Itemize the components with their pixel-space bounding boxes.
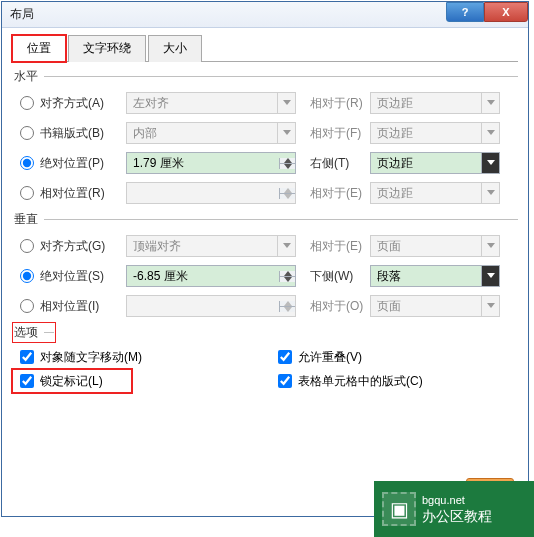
v-rel-rel-label: 相对于(O) (310, 298, 370, 315)
h-align-rel-combo: 页边距 (370, 92, 500, 114)
h-align-radio[interactable] (20, 96, 34, 110)
svg-marker-2 (283, 130, 291, 135)
svg-marker-15 (284, 301, 292, 306)
v-abs-rel-combo[interactable]: 段落 (370, 265, 500, 287)
chevron-down-icon (277, 123, 295, 143)
h-book-label: 书籍版式(B) (40, 125, 126, 142)
h-rel-row: 相对位置(R) 相对于(E) 页边距 (12, 179, 518, 207)
h-rel-radio[interactable] (20, 186, 34, 200)
h-abs-radio[interactable] (20, 156, 34, 170)
h-book-rel-combo: 页边距 (370, 122, 500, 144)
chevron-down-icon[interactable] (481, 266, 499, 286)
opt-allow-overlap-label: 允许重叠(V) (298, 349, 362, 366)
close-button[interactable]: X (484, 2, 528, 22)
spin-down-icon (280, 307, 295, 312)
svg-marker-0 (283, 100, 291, 105)
chevron-down-icon (481, 183, 499, 203)
v-align-rel-combo: 页面 (370, 235, 500, 257)
logo-icon: ▣ (382, 492, 416, 526)
h-book-rel-label: 相对于(F) (310, 125, 370, 142)
chevron-down-icon (481, 296, 499, 316)
section-options: 选项 (14, 324, 54, 341)
svg-marker-12 (284, 271, 292, 276)
h-abs-rel-combo[interactable]: 页边距 (370, 152, 500, 174)
svg-marker-9 (487, 190, 495, 195)
watermark-name: 办公区教程 (422, 507, 492, 525)
h-abs-spinner[interactable]: 1.79 厘米 (126, 152, 296, 174)
h-rel-rel-label: 相对于(E) (310, 185, 370, 202)
v-abs-rel-label: 下侧(W) (310, 268, 370, 285)
v-rel-radio[interactable] (20, 299, 34, 313)
v-abs-row: 绝对位置(S) -6.85 厘米 下侧(W) 段落 (12, 262, 518, 290)
h-book-combo: 内部 (126, 122, 296, 144)
watermark-site: bgqu.net (422, 493, 492, 507)
h-align-row: 对齐方式(A) 左对齐 相对于(R) 页边距 (12, 89, 518, 117)
v-rel-label: 相对位置(I) (40, 298, 126, 315)
chevron-down-icon[interactable] (481, 153, 499, 173)
svg-marker-4 (284, 158, 292, 163)
h-rel-label: 相对位置(R) (40, 185, 126, 202)
svg-marker-5 (284, 164, 292, 169)
tab-position[interactable]: 位置 (12, 35, 66, 62)
svg-marker-6 (487, 160, 495, 165)
h-abs-row: 绝对位置(P) 1.79 厘米 右侧(T) 页边距 (12, 149, 518, 177)
svg-marker-16 (284, 307, 292, 312)
opt-lock-anchor-checkbox[interactable] (20, 374, 34, 388)
svg-marker-7 (284, 188, 292, 193)
v-align-combo: 顶端对齐 (126, 235, 296, 257)
h-align-rel-label: 相对于(R) (310, 95, 370, 112)
svg-marker-11 (487, 243, 495, 248)
opt-table-cell-label: 表格单元格中的版式(C) (298, 373, 423, 390)
tab-strip: 位置 文字环绕 大小 (12, 34, 518, 62)
chevron-down-icon (481, 236, 499, 256)
chevron-down-icon (481, 93, 499, 113)
v-align-row: 对齐方式(G) 顶端对齐 相对于(E) 页面 (12, 232, 518, 260)
svg-marker-8 (284, 194, 292, 199)
opt-allow-overlap-row: 允许重叠(V) (270, 345, 518, 369)
watermark: ▣ bgqu.net 办公区教程 (374, 481, 534, 537)
help-button[interactable]: ? (446, 2, 484, 22)
h-book-row: 书籍版式(B) 内部 相对于(F) 页边距 (12, 119, 518, 147)
svg-marker-13 (284, 277, 292, 282)
h-align-combo: 左对齐 (126, 92, 296, 114)
v-rel-spinner (126, 295, 296, 317)
window-title: 布局 (2, 6, 34, 23)
spin-down-icon[interactable] (280, 277, 295, 282)
section-vertical: 垂直 (14, 211, 518, 228)
opt-move-with-text-row: 对象随文字移动(M) (12, 345, 260, 369)
chevron-down-icon (277, 236, 295, 256)
opt-lock-anchor-label: 锁定标记(L) (40, 373, 103, 390)
chevron-down-icon (481, 123, 499, 143)
opt-table-cell-row: 表格单元格中的版式(C) (270, 369, 518, 393)
opt-move-with-text-label: 对象随文字移动(M) (40, 349, 142, 366)
svg-marker-3 (487, 130, 495, 135)
opt-lock-anchor-row: 锁定标记(L) (12, 369, 132, 393)
opt-table-cell-checkbox[interactable] (278, 374, 292, 388)
v-align-label: 对齐方式(G) (40, 238, 126, 255)
titlebar: 布局 ? X (2, 2, 528, 28)
h-rel-spinner (126, 182, 296, 204)
v-abs-label: 绝对位置(S) (40, 268, 126, 285)
spin-down-icon[interactable] (280, 164, 295, 169)
section-horizontal: 水平 (14, 68, 518, 85)
v-align-radio[interactable] (20, 239, 34, 253)
tab-text-wrap[interactable]: 文字环绕 (68, 35, 146, 62)
h-rel-rel-combo: 页边距 (370, 182, 500, 204)
opt-allow-overlap-checkbox[interactable] (278, 350, 292, 364)
h-abs-rel-label: 右侧(T) (310, 155, 370, 172)
v-rel-rel-combo: 页面 (370, 295, 500, 317)
svg-marker-14 (487, 273, 495, 278)
spin-down-icon (280, 194, 295, 199)
opt-move-with-text-checkbox[interactable] (20, 350, 34, 364)
svg-marker-17 (487, 303, 495, 308)
h-abs-label: 绝对位置(P) (40, 155, 126, 172)
v-abs-spinner[interactable]: -6.85 厘米 (126, 265, 296, 287)
svg-marker-10 (283, 243, 291, 248)
svg-marker-1 (487, 100, 495, 105)
tab-size[interactable]: 大小 (148, 35, 202, 62)
chevron-down-icon (277, 93, 295, 113)
h-align-label: 对齐方式(A) (40, 95, 126, 112)
h-book-radio[interactable] (20, 126, 34, 140)
v-abs-radio[interactable] (20, 269, 34, 283)
v-rel-row: 相对位置(I) 相对于(O) 页面 (12, 292, 518, 320)
